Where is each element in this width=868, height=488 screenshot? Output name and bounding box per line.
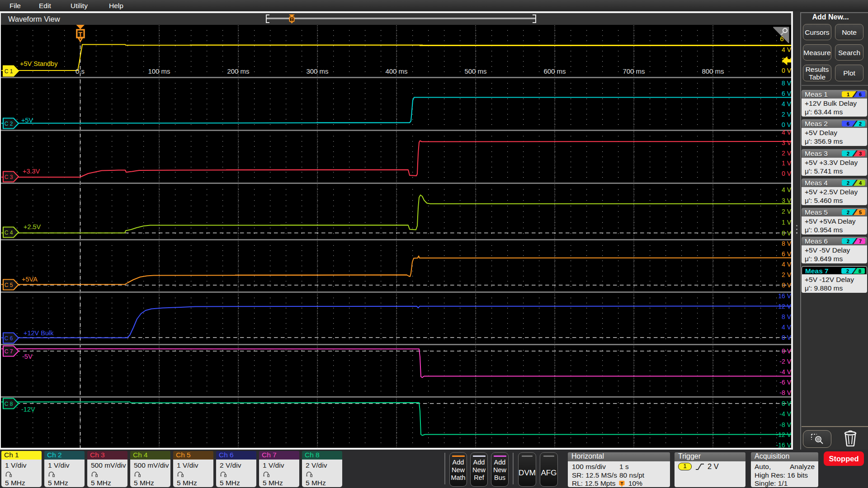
svg-text:+2.5V: +2.5V [24, 223, 41, 230]
svg-text:0 V: 0 V [782, 121, 791, 128]
svg-text:4 V: 4 V [782, 46, 791, 53]
svg-text:+12V Bulk: +12V Bulk [24, 329, 54, 337]
svg-text:2 V: 2 V [782, 208, 791, 215]
svg-text:6: 6 [780, 35, 783, 42]
svg-text:0 V: 0 V [782, 230, 791, 237]
svg-text:0 V: 0 V [782, 67, 791, 74]
svg-text:300 ms: 300 ms [306, 67, 328, 75]
svg-text:1 V: 1 V [782, 160, 791, 167]
svg-text:1: 1 [847, 92, 849, 97]
svg-text:0 V: 0 V [782, 347, 791, 355]
svg-text:-2 V: -2 V [779, 358, 791, 365]
svg-text:0 s: 0 s [75, 67, 85, 75]
svg-text:-16 V: -16 V [776, 441, 791, 448]
svg-text:C 3: C 3 [5, 174, 13, 180]
svg-text:T: T [78, 31, 82, 38]
svg-text:2: 2 [847, 210, 849, 215]
svg-text:-8 V: -8 V [779, 421, 791, 428]
svg-text:8 V: 8 V [782, 240, 791, 247]
svg-text:800 ms: 800 ms [702, 67, 724, 75]
svg-text:0 V: 0 V [782, 400, 791, 407]
svg-text:-5V: -5V [22, 353, 33, 360]
svg-text:-12V: -12V [21, 406, 35, 413]
svg-text:2 V: 2 V [782, 271, 791, 278]
svg-text:+3.3V: +3.3V [23, 168, 40, 175]
svg-text:C 5: C 5 [5, 282, 13, 288]
svg-text:-4 V: -4 V [779, 368, 791, 375]
svg-text:+5V Standby: +5V Standby [20, 60, 58, 67]
svg-text:+5V: +5V [21, 117, 33, 124]
svg-text:16 V: 16 V [778, 292, 791, 300]
svg-text:100 ms: 100 ms [148, 67, 170, 75]
svg-text:6 V: 6 V [782, 90, 791, 97]
svg-text:6 V: 6 V [782, 250, 791, 258]
svg-text:-6 V: -6 V [779, 379, 791, 386]
svg-text:4: 4 [859, 180, 862, 186]
svg-text:0 V: 0 V [782, 334, 791, 341]
svg-text:-12 V: -12 V [776, 431, 791, 438]
svg-text:C 8: C 8 [5, 401, 13, 407]
svg-text:7: 7 [859, 239, 862, 244]
svg-text:2 V: 2 V [782, 150, 791, 157]
svg-text:T: T [621, 481, 623, 486]
svg-text:8 V: 8 V [782, 313, 791, 320]
svg-text:4 V: 4 V [782, 129, 791, 136]
svg-text:-8 V: -8 V [779, 389, 791, 396]
svg-text:400 ms: 400 ms [385, 67, 407, 75]
svg-text:T: T [291, 17, 293, 22]
svg-text:0 V: 0 V [782, 282, 791, 289]
svg-text:C 2: C 2 [5, 121, 13, 127]
svg-text:2: 2 [859, 121, 862, 127]
svg-text:4 V: 4 V [782, 186, 791, 193]
svg-text:4 V: 4 V [782, 261, 791, 268]
svg-text:500 ms: 500 ms [464, 67, 486, 75]
svg-text:8 V: 8 V [782, 80, 791, 87]
svg-text:3 V: 3 V [782, 139, 791, 146]
svg-text:-4 V: -4 V [779, 410, 791, 418]
svg-text:1 V: 1 V [782, 219, 791, 226]
svg-text:600 ms: 600 ms [543, 67, 566, 75]
svg-text:2: 2 [847, 239, 849, 244]
svg-text:5: 5 [859, 210, 862, 215]
svg-text:3: 3 [859, 151, 862, 156]
svg-text:200 ms: 200 ms [227, 67, 249, 75]
svg-text:C 6: C 6 [5, 335, 13, 342]
svg-text:700 ms: 700 ms [623, 67, 645, 75]
svg-text:2: 2 [847, 151, 849, 156]
svg-text:2: 2 [847, 180, 849, 186]
svg-text:C 4: C 4 [5, 230, 13, 236]
svg-text:4 V: 4 V [782, 100, 791, 108]
svg-text:2: 2 [846, 268, 849, 274]
svg-text:+5VA: +5VA [22, 276, 38, 283]
svg-text:C 7: C 7 [5, 348, 13, 355]
svg-text:6: 6 [859, 92, 862, 97]
svg-text:0 V: 0 V [782, 170, 791, 177]
svg-text:6: 6 [847, 121, 849, 127]
svg-text:8: 8 [859, 268, 861, 274]
svg-text:C 1: C 1 [5, 68, 13, 75]
svg-text:12 V: 12 V [778, 303, 791, 310]
svg-text:2 V: 2 V [782, 111, 791, 118]
svg-text:4 V: 4 V [782, 324, 791, 331]
svg-text:3 V: 3 V [782, 197, 791, 204]
